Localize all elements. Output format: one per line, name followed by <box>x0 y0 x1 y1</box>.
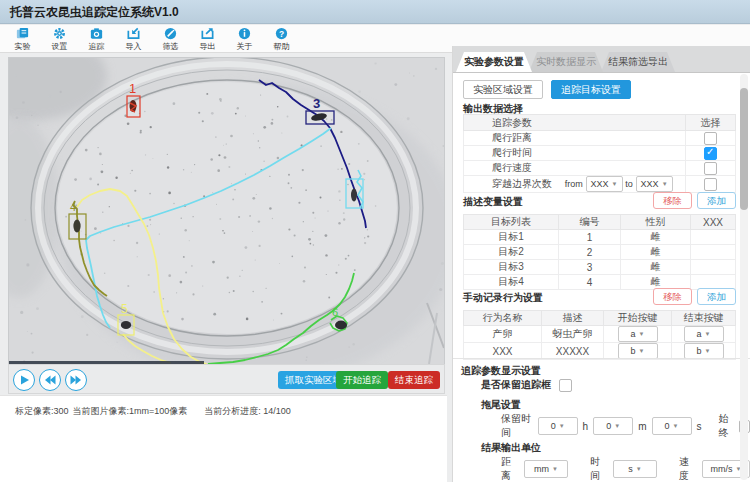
toolbar-label: 实验 <box>15 42 31 51</box>
keep-box-checkbox[interactable] <box>559 379 572 392</box>
param-label: 爬行速度 <box>464 161 686 176</box>
cell <box>691 260 736 275</box>
insect <box>351 189 357 202</box>
from-select[interactable]: XXX▼ <box>586 176 623 192</box>
toolbar-label: 帮助 <box>274 42 290 51</box>
param-checkbox[interactable] <box>704 132 717 145</box>
to-select[interactable]: XXX▼ <box>636 176 673 192</box>
marker-label-3: 3 <box>313 96 320 111</box>
behaviors-section-title: 手动记录行为设置 <box>463 291 543 305</box>
col-header: XXX <box>691 215 736 230</box>
hours-select[interactable]: 0▼ <box>538 417 578 435</box>
distance-unit-select[interactable]: mm▼ <box>524 460 568 478</box>
import-icon <box>126 26 141 41</box>
insect <box>73 220 80 233</box>
always-label: 始终 <box>719 412 735 440</box>
insect <box>121 321 131 329</box>
col-header: 性别 <box>621 215 691 230</box>
filter-icon <box>163 26 178 41</box>
start-key-select[interactable]: a▼ <box>618 326 658 342</box>
distance-label: 距离 <box>501 455 518 482</box>
hours-unit: h <box>583 421 589 432</box>
toolbar-track[interactable]: 追踪 <box>78 26 115 52</box>
keep-time-label: 保留时间 <box>501 412 533 440</box>
rewind-button[interactable] <box>39 369 61 391</box>
subtab-target-setting[interactable]: 追踪目标设置 <box>551 80 631 99</box>
video-controls: 抓取实验区域 开始追踪 结束追踪 <box>8 364 445 394</box>
param-label: 穿越边界次数 <box>492 178 552 189</box>
remove-behavior-button[interactable]: 移除 <box>653 288 692 305</box>
param-label: 爬行时间 <box>464 146 686 161</box>
col-header: 结束按键 <box>672 311 736 326</box>
seconds-select[interactable]: 0▼ <box>652 417 692 435</box>
stop-tracking-button[interactable]: 结束追踪 <box>388 371 440 389</box>
cell: 雌 <box>621 260 691 275</box>
toolbar-settings[interactable]: 设置 <box>41 26 78 52</box>
rewind-icon <box>44 374 56 386</box>
keep-box-label: 是否保留追踪框 <box>481 378 551 392</box>
panel-scrollbar[interactable] <box>740 74 748 480</box>
table-row: XXX XXXXX b▼ b▼ <box>464 343 736 360</box>
behaviors-table: 行为名称 描述 开始按键 结束按键 产卵 蚜虫产卵 a▼ a▼ XXX XXXX… <box>463 310 736 360</box>
start-key-select[interactable]: b▼ <box>618 343 658 359</box>
help-icon: ? <box>274 26 289 41</box>
play-icon <box>18 374 30 386</box>
cell: 4 <box>559 275 621 290</box>
cell: 3 <box>559 260 621 275</box>
to-label: to <box>625 179 633 189</box>
toolbar-import[interactable]: 导入 <box>115 26 152 52</box>
app-window: 托普云农昆虫追踪定位系统V1.0 实验 设置 追踪 导入 筛选 导出 关于 <box>0 0 750 482</box>
cell <box>691 245 736 260</box>
start-tracking-button[interactable]: 开始追踪 <box>336 371 388 389</box>
param-checkbox[interactable] <box>704 162 717 175</box>
col-header: 描述 <box>542 311 604 326</box>
minutes-select[interactable]: 0▼ <box>593 417 633 435</box>
col-header: 目标列表 <box>464 215 559 230</box>
chevron-down-icon: ▼ <box>662 181 668 187</box>
time-label: 时间 <box>590 455 607 482</box>
chevron-down-icon: ▼ <box>639 331 645 337</box>
param-checkbox[interactable] <box>704 147 717 160</box>
chevron-down-icon: ▼ <box>705 348 711 354</box>
table-row: 爬行距离 <box>464 131 736 146</box>
end-key-select[interactable]: b▼ <box>684 343 724 359</box>
seconds-unit: s <box>697 421 702 432</box>
tab-result-export[interactable]: 结果筛选导出 <box>601 52 675 72</box>
time-unit-select[interactable]: s▼ <box>613 460 657 478</box>
tab-experiment-params[interactable]: 实验参数设置 <box>456 52 532 72</box>
chevron-down-icon: ▼ <box>614 423 620 429</box>
col-header: 行为名称 <box>464 311 542 326</box>
toolbar-experiment[interactable]: 实验 <box>4 26 41 52</box>
display-section-title: 追踪参数显示设置 <box>461 364 541 378</box>
toolbar-filter[interactable]: 筛选 <box>152 26 189 52</box>
col-header: 编号 <box>559 215 621 230</box>
export-icon <box>200 26 215 41</box>
calibration-pixels: 标定像素:300 <box>15 405 69 418</box>
toolbar-export[interactable]: 导出 <box>189 26 226 52</box>
from-label: from <box>565 179 583 189</box>
subtab-region-setting[interactable]: 实验区域设置 <box>463 80 543 99</box>
end-key-select[interactable]: a▼ <box>684 326 724 342</box>
experiment-icon <box>15 26 30 41</box>
toolbar-help[interactable]: ? 帮助 <box>263 26 300 52</box>
tab-realtime-data[interactable]: 实时数据显示 <box>529 52 603 72</box>
toolbar-about[interactable]: 关于 <box>226 26 263 52</box>
toolbar-label: 导入 <box>126 42 142 51</box>
add-behavior-button[interactable]: 添加 <box>697 288 736 305</box>
toolbar-label: 导出 <box>200 42 216 51</box>
settings-icon <box>52 26 67 41</box>
table-row: 目标33雌 <box>464 260 736 275</box>
scrollbar-thumb[interactable] <box>740 88 748 210</box>
add-variable-button[interactable]: 添加 <box>697 192 736 209</box>
subtab-group: 实验区域设置 追踪目标设置 <box>463 80 631 99</box>
analysis-progress-label: 当前分析进度: <box>204 406 261 416</box>
marker-label-1: 1 <box>129 81 136 96</box>
units-title: 结果输出单位 <box>481 441 541 455</box>
video-frame[interactable]: 1 3 4 5 6 <box>8 57 445 365</box>
table-row: 目标22雌 <box>464 245 736 260</box>
table-row: 爬行时间 <box>464 146 736 161</box>
fast-forward-button[interactable] <box>65 369 87 391</box>
play-button[interactable] <box>13 369 35 391</box>
remove-variable-button[interactable]: 移除 <box>653 192 692 209</box>
param-checkbox[interactable] <box>704 178 717 191</box>
